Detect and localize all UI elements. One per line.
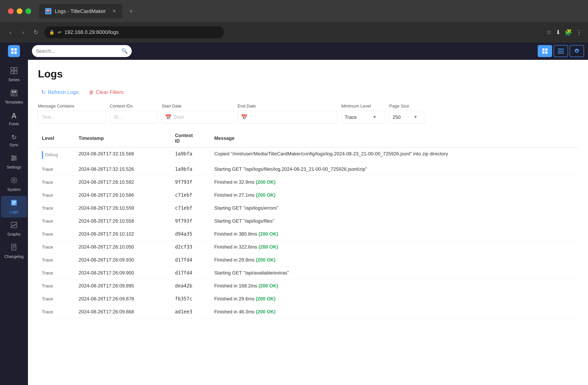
sidebar-item-changelog[interactable]: Changelog: [1, 241, 27, 262]
row-context: 9f793f: [171, 176, 210, 189]
search-icon[interactable]: 🔍: [121, 48, 128, 54]
sidebar-item-sync[interactable]: ↻ Sync: [1, 130, 27, 150]
new-tab-button[interactable]: +: [129, 8, 133, 15]
min-level-select[interactable]: Trace Debug Info Warning Error: [341, 111, 372, 123]
browser-tab[interactable]: 🎴 Logs - TitleCardMaker ✕: [39, 4, 122, 18]
settings-nav-icon: [10, 154, 18, 163]
svg-rect-14: [14, 71, 17, 74]
settings-icon[interactable]: ⋮: [576, 29, 582, 36]
graphs-icon: [10, 222, 18, 230]
row-message: Finished in 46.3ms (200 OK): [210, 305, 578, 318]
address-bar[interactable]: 🔒 ⇌ 192.168.0.29:8000/logs: [44, 26, 224, 38]
bookmark-icon[interactable]: ☆: [546, 29, 552, 36]
status-badge: (200 OK): [256, 257, 276, 263]
row-context: fb357c: [171, 292, 210, 305]
clear-icon: 🗑: [89, 90, 94, 95]
context-filter-input[interactable]: [110, 111, 158, 123]
row-context: 1a9bfa: [171, 147, 210, 163]
start-date-input-wrap: 📅: [162, 111, 233, 123]
search-input[interactable]: [36, 48, 119, 54]
search-bar: 🔍: [32, 45, 132, 57]
minimize-button[interactable]: [17, 8, 22, 14]
svg-rect-11: [11, 67, 14, 70]
sidebar-item-label-system: System: [7, 187, 21, 192]
close-button[interactable]: [8, 8, 14, 14]
page-title: Logs: [38, 68, 578, 80]
svg-rect-7: [545, 51, 547, 54]
view-cards-button[interactable]: [538, 45, 552, 57]
download-icon[interactable]: ⬇: [556, 29, 561, 36]
row-context: 9f793f: [171, 215, 210, 228]
level-badge: Trace: [42, 244, 53, 250]
level-badge: Trace: [42, 232, 53, 237]
table-row: Trace2024-08-26T17:26:10.050d2cf33Finish…: [38, 241, 578, 254]
sidebar-item-fonts[interactable]: A Fonts: [1, 108, 27, 129]
message-filter-label: Message Contains: [38, 103, 106, 109]
logs-icon: [10, 199, 18, 208]
extensions-icon[interactable]: 🧩: [565, 29, 572, 36]
page-size-select[interactable]: 250 100 500 1000: [389, 111, 413, 123]
row-level: Trace: [38, 280, 75, 292]
message-filter-input[interactable]: [38, 111, 106, 123]
table-row: Trace2024-08-26T17:26:09.895dea42bFinish…: [38, 280, 578, 292]
sidebar-item-templates[interactable]: Templates: [1, 86, 27, 108]
status-badge: (200 OK): [258, 231, 278, 237]
end-date-input[interactable]: 2024-08-26T17:32:15.5682: [250, 114, 334, 120]
url-text[interactable]: 192.168.0.29:8000/logs: [64, 29, 119, 35]
forward-button[interactable]: ›: [19, 28, 27, 37]
table-row: Trace2024-08-26T17:32:15.5261a9bfaStarti…: [38, 163, 578, 176]
svg-rect-8: [558, 49, 564, 49]
row-context: d94a35: [171, 228, 210, 241]
sidebar-item-graphs[interactable]: Graphs: [1, 218, 27, 240]
row-timestamp: 2024-08-26T17:26:09.878: [75, 292, 171, 305]
reload-button[interactable]: ↻: [32, 28, 40, 37]
min-level-label: Minimum Level: [341, 103, 385, 109]
svg-rect-31: [12, 204, 15, 204]
start-date-input[interactable]: [174, 114, 233, 120]
maximize-button[interactable]: [25, 8, 31, 14]
row-context: c71ebf: [171, 189, 210, 202]
col-context: ContextID: [171, 129, 210, 147]
refresh-logs-button[interactable]: ↻ Refresh Logs: [38, 87, 82, 98]
row-debug-indicator: [42, 151, 43, 159]
main-layout: Series Templates A Fonts ↻ Sync: [0, 60, 588, 385]
sidebar-item-system[interactable]: System: [1, 174, 27, 195]
row-timestamp: 2024-08-26T17:26:10.050: [75, 241, 171, 254]
svg-rect-3: [14, 51, 17, 54]
refresh-logs-label: Refresh Logs: [48, 89, 79, 95]
row-level: Trace: [38, 202, 75, 215]
status-badge: (200 OK): [258, 283, 278, 288]
clear-filters-button[interactable]: 🗑 Clear Filters: [86, 87, 127, 97]
settings-view-button[interactable]: [570, 45, 584, 57]
logo-icon: [8, 45, 20, 57]
sidebar-item-label-settings: Settings: [7, 165, 21, 170]
level-badge: Trace: [42, 180, 53, 185]
row-message: Starting GET "/api/logs/files": [210, 215, 578, 228]
sidebar-item-series[interactable]: Series: [1, 64, 27, 85]
system-icon: [10, 177, 18, 186]
level-badge: Trace: [42, 219, 53, 224]
table-row: Trace2024-08-26T17:26:09.900d17fd4Starti…: [38, 266, 578, 280]
min-level-chevron-icon: ▼: [372, 115, 377, 120]
svg-rect-17: [14, 91, 16, 93]
start-date-label: Start Date: [162, 103, 233, 109]
row-message: Starting GET "/api/available/extras": [210, 266, 578, 280]
row-context: dea42b: [171, 280, 210, 292]
table-header: Level Timestamp ContextID Message: [38, 129, 578, 147]
page-size-chevron-icon: ▼: [413, 115, 418, 120]
fonts-icon: A: [11, 112, 17, 120]
svg-rect-12: [14, 67, 17, 70]
tab-close-button[interactable]: ✕: [112, 8, 116, 14]
log-table-body: Debug2024-08-26T17:32:15.5681a9bfaCopied…: [38, 147, 578, 318]
end-date-label: End Date: [237, 103, 337, 109]
view-list-button[interactable]: [554, 45, 568, 57]
row-message: Starting GET "/api/logs/files/log.2024-0…: [210, 163, 578, 176]
row-level: Trace: [38, 266, 75, 280]
back-button[interactable]: ‹: [6, 28, 15, 37]
sidebar-item-logs[interactable]: Logs: [1, 196, 27, 217]
sidebar-item-settings[interactable]: Settings: [1, 151, 27, 173]
row-level: Trace: [38, 189, 75, 202]
svg-point-25: [12, 159, 14, 161]
svg-rect-30: [12, 203, 16, 203]
svg-rect-9: [558, 51, 564, 51]
